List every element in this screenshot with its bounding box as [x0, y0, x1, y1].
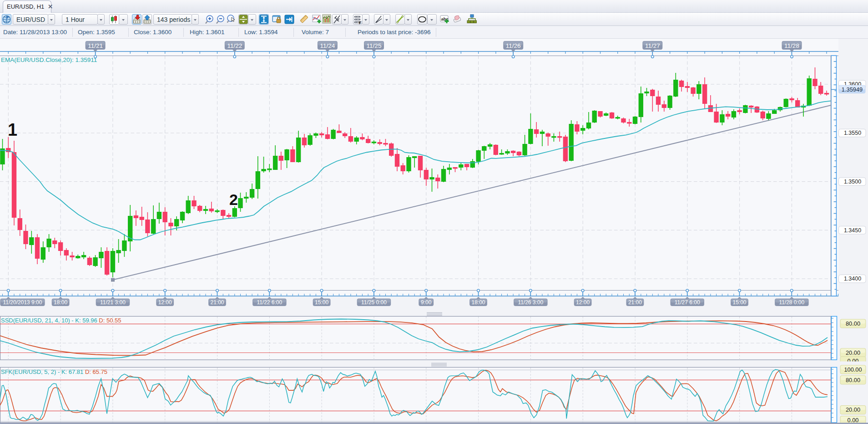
svg-text:12:00: 12:00 — [576, 299, 590, 306]
svg-text:11/25: 11/25 — [367, 42, 382, 49]
svg-text:20.00: 20.00 — [846, 349, 860, 356]
svg-text:21:00: 21:00 — [210, 299, 224, 306]
svg-text:SSD(EUR/USD, 21, 4, 10) - K: 5: SSD(EUR/USD, 21, 4, 10) - K: 59.96 D: 50… — [1, 317, 121, 324]
svg-text:11/22 6:00: 11/22 6:00 — [257, 299, 282, 306]
svg-text:18:00: 18:00 — [471, 299, 485, 306]
svg-text:20.00: 20.00 — [846, 406, 860, 413]
svg-text:18:00: 18:00 — [54, 299, 67, 306]
svg-text:9:00: 9:00 — [421, 299, 432, 306]
svg-text:11/28: 11/28 — [784, 42, 799, 49]
svg-text:80.00: 80.00 — [846, 377, 860, 383]
svg-text:100.00: 100.00 — [844, 366, 862, 373]
svg-text:21:00: 21:00 — [628, 299, 642, 306]
svg-text:F: F — [359, 20, 362, 25]
svg-text:11/27 6:00: 11/27 6:00 — [675, 299, 700, 306]
svg-text:11/20/2013 9:00: 11/20/2013 9:00 — [3, 299, 42, 306]
svg-text:11/26: 11/26 — [506, 42, 521, 49]
svg-text:12:00: 12:00 — [158, 299, 172, 306]
svg-text:11/25 0:00: 11/25 0:00 — [361, 299, 387, 306]
svg-text:1.3500: 1.3500 — [844, 179, 861, 185]
svg-text:1.35949: 1.35949 — [842, 86, 863, 93]
svg-text:15:00: 15:00 — [315, 299, 328, 306]
svg-text:1: 1 — [8, 120, 17, 139]
svg-text:80.00: 80.00 — [846, 320, 860, 327]
svg-text:11/21 3:00: 11/21 3:00 — [100, 299, 126, 306]
svg-text:1.3450: 1.3450 — [844, 227, 861, 234]
svg-text:2: 2 — [229, 191, 238, 208]
svg-text:15:00: 15:00 — [732, 299, 746, 306]
svg-text:SFK(EUR/USD, 5, 2) - K: 67.81: SFK(EUR/USD, 5, 2) - K: 67.81 D: 65.75 — [1, 368, 107, 375]
svg-text:1.3400: 1.3400 — [844, 276, 861, 282]
svg-text:0.00: 0.00 — [848, 417, 859, 424]
svg-text:11/28 0:00: 11/28 0:00 — [779, 299, 804, 306]
svg-text:1.3550: 1.3550 — [844, 130, 861, 136]
svg-text:11/21: 11/21 — [88, 42, 103, 49]
svg-text:11/26 3:00: 11/26 3:00 — [518, 299, 543, 306]
svg-text:EMA(EUR/USD.Close,20): 1.3591: EMA(EUR/USD.Close,20): 1.35911 — [1, 56, 97, 63]
svg-text:11/22: 11/22 — [227, 42, 242, 49]
svg-text:11/27: 11/27 — [645, 42, 660, 49]
svg-text:11/24: 11/24 — [320, 42, 335, 49]
